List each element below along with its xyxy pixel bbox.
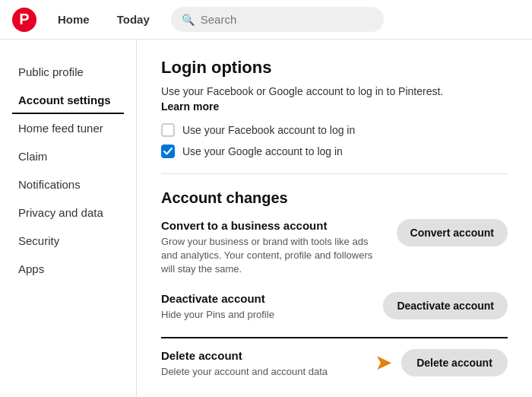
sidebar-item-claim[interactable]: Claim bbox=[12, 142, 124, 170]
delete-account-button[interactable]: Delete account bbox=[401, 349, 508, 376]
delete-action-area: ➤ Delete account bbox=[375, 349, 508, 376]
convert-row: Convert to a business account Grow your … bbox=[161, 219, 508, 277]
main-content: Login options Use your Facebook or Googl… bbox=[137, 40, 532, 397]
login-options-subtitle: Use your Facebook or Google account to l… bbox=[161, 85, 508, 97]
nav-home[interactable]: Home bbox=[52, 10, 96, 29]
sidebar-item-public-profile[interactable]: Public profile bbox=[12, 58, 124, 86]
facebook-label: Use your Facebook account to log in bbox=[182, 124, 355, 136]
pinterest-logo[interactable]: P bbox=[12, 8, 36, 32]
section-divider bbox=[161, 173, 508, 174]
orange-arrow-icon: ➤ bbox=[375, 350, 392, 375]
search-icon: 🔍 bbox=[182, 14, 195, 26]
sidebar-item-notifications[interactable]: Notifications bbox=[12, 170, 124, 198]
deactivate-row: Deactivate account Hide your Pins and pr… bbox=[161, 292, 508, 322]
convert-account-button[interactable]: Convert account bbox=[397, 219, 508, 246]
google-checkbox[interactable] bbox=[161, 145, 175, 158]
facebook-checkbox[interactable] bbox=[161, 123, 175, 137]
sidebar-item-apps[interactable]: Apps bbox=[12, 255, 124, 283]
convert-info: Convert to a business account Grow your … bbox=[161, 219, 385, 277]
search-bar[interactable]: 🔍 bbox=[171, 7, 384, 32]
delete-desc: Delete your account and account data bbox=[161, 365, 363, 379]
facebook-checkbox-row: Use your Facebook account to log in bbox=[161, 123, 508, 137]
convert-desc: Grow your business or brand with tools l… bbox=[161, 235, 385, 277]
nav-today[interactable]: Today bbox=[111, 10, 156, 29]
deactivate-account-button[interactable]: Deactivate account bbox=[383, 292, 508, 319]
google-label: Use your Google account to log in bbox=[182, 145, 343, 157]
account-changes-title: Account changes bbox=[161, 189, 508, 207]
delete-info: Delete account Delete your account and a… bbox=[161, 349, 363, 379]
sidebar-item-home-feed-tuner[interactable]: Home feed tuner bbox=[12, 114, 124, 142]
sidebar-item-security[interactable]: Security bbox=[12, 227, 124, 255]
google-checkbox-row: Use your Google account to log in bbox=[161, 145, 508, 158]
sidebar-item-privacy-and-data[interactable]: Privacy and data bbox=[12, 198, 124, 227]
deactivate-desc: Hide your Pins and profile bbox=[161, 308, 371, 322]
top-navbar: P Home Today 🔍 bbox=[0, 0, 532, 40]
page-layout: Public profile Account settings Home fee… bbox=[0, 40, 532, 397]
checkmark-icon bbox=[163, 148, 173, 155]
search-input[interactable] bbox=[201, 13, 373, 26]
convert-heading: Convert to a business account bbox=[161, 219, 385, 232]
delete-heading: Delete account bbox=[161, 349, 363, 362]
delete-row: Delete account Delete your account and a… bbox=[161, 337, 508, 379]
deactivate-info: Deactivate account Hide your Pins and pr… bbox=[161, 292, 371, 322]
sidebar-item-account-settings[interactable]: Account settings bbox=[12, 86, 124, 114]
deactivate-heading: Deactivate account bbox=[161, 292, 371, 305]
learn-more-link[interactable]: Learn more bbox=[161, 100, 508, 113]
login-options-title: Login options bbox=[161, 58, 508, 78]
sidebar: Public profile Account settings Home fee… bbox=[0, 40, 137, 397]
